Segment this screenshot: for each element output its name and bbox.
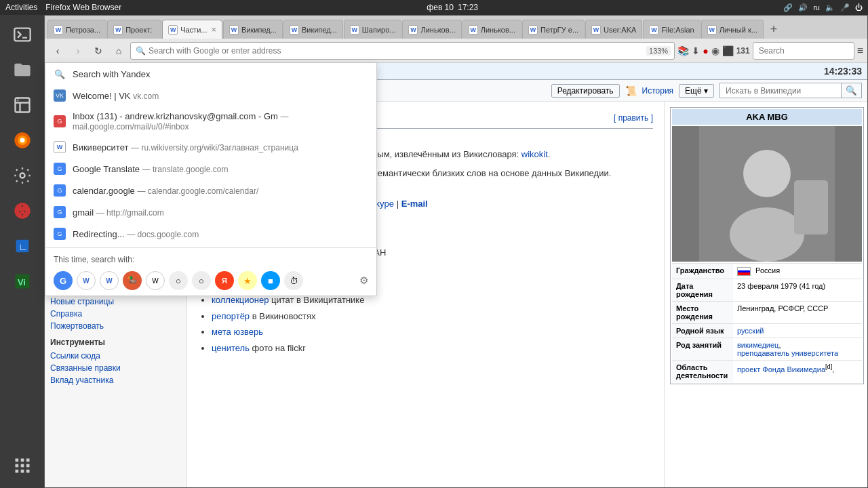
tab-favicon-6: W (350, 25, 359, 35)
svg-rect-17 (15, 470, 18, 473)
nav-right: 📚 ⬇ ● ◉ ⬛ 131 ≡ (677, 42, 863, 60)
dropdown-item-yandex[interactable]: 🔍 Search with Yandex (45, 63, 376, 85)
search-engine-blue[interactable]: ■ (261, 271, 280, 290)
system-date: фев 10 (427, 3, 454, 12)
dropdown-url-translate: — translate.google.com (142, 165, 229, 174)
search-engine-yandex[interactable]: Я (215, 271, 234, 290)
dropdown-item-vk[interactable]: VK Welcome! | VK vk.com (45, 85, 376, 106)
flickr-link[interactable]: ценитель (212, 343, 250, 353)
tab-1[interactable]: W Петроза... (47, 20, 106, 39)
address-bar-container: 🔍 133% (130, 42, 675, 60)
russia-flag (737, 267, 751, 276)
wiki-nav-help[interactable]: Справка (50, 308, 181, 320)
vk-favicon: VK (54, 89, 66, 102)
sidebar-icon-files[interactable] (6, 54, 39, 86)
wiki-history-link[interactable]: История (642, 86, 674, 96)
browser-window: W Петроза... W Проект: W Части... × W Ви… (44, 15, 868, 488)
new-tab-button[interactable]: + (764, 20, 783, 39)
dropdown-text-yandex: Search with Yandex (73, 69, 368, 79)
svg-text:∟: ∟ (18, 241, 28, 252)
wiki-more-button[interactable]: Ещё ▾ (679, 84, 714, 98)
sidebar-icon-app-grid[interactable] (6, 449, 39, 482)
wiki-search-input[interactable] (719, 83, 842, 98)
wikimedia-foundation-link[interactable]: проект Фонда Викимедиа (737, 365, 825, 373)
browser-menu-label[interactable]: Firefox Web Browser (45, 3, 121, 12)
dropdown-url-redirect: — docs.google.com (127, 230, 199, 239)
search-engine-star[interactable]: ★ (238, 271, 257, 290)
addon-icon-3: ⬛ (722, 45, 734, 56)
activities-button[interactable]: Activities (5, 3, 37, 12)
infobox-label-occupation: Род занятий (672, 338, 733, 360)
dropdown-item-calendar[interactable]: G calendar.google — calendar.google.com/… (45, 180, 376, 201)
dropdown-item-gmail[interactable]: G Inbox (131) - andrew.krizhanovsky@gmai… (45, 106, 376, 136)
sidebar-icon-settings[interactable] (6, 159, 39, 192)
sidebar-icon-libreoffice[interactable]: ∟ (6, 230, 39, 262)
reporter-link[interactable]: репортёр (212, 311, 250, 321)
svg-point-24 (730, 207, 804, 262)
svg-rect-16 (26, 464, 29, 468)
infobox-label-birthplace: Место рождения (672, 302, 733, 323)
wiki-nav-donate[interactable]: Пожертвовать (50, 320, 181, 332)
wikiversity-favicon: W (54, 141, 66, 153)
tab-5[interactable]: W Википед... (283, 20, 343, 39)
wiki-nav-related-changes[interactable]: Связанные правки (50, 362, 181, 374)
svg-rect-11 (15, 459, 18, 462)
search-engines-settings-icon[interactable]: ⚙ (359, 274, 368, 287)
address-input[interactable] (130, 42, 675, 60)
language-link[interactable]: русский (737, 327, 764, 335)
dropdown-item-translate[interactable]: G Google Translate — translate.google.co… (45, 158, 376, 180)
dropdown-item-redirect[interactable]: G Redirecting... — docs.google.com (45, 223, 376, 245)
dropdown-item-gmail2[interactable]: G gmail — http://gmail.com (45, 201, 376, 223)
tab-12[interactable]: W Личный к... (701, 20, 764, 39)
email-link[interactable]: E-mail (401, 199, 428, 209)
wiki-nav-contributions[interactable]: Вклад участника (50, 374, 181, 386)
dropdown-item-wikiversity[interactable]: W Викиверситет — ru.wikiversity.org/wiki… (45, 136, 376, 158)
search-engine-6[interactable]: ○ (192, 271, 211, 290)
tab-7[interactable]: W Линьков... (402, 20, 461, 39)
tab-4[interactable]: W Википед... (223, 20, 283, 39)
search-engine-google[interactable]: G (54, 271, 73, 290)
tab-10[interactable]: W User:AKA (585, 20, 642, 39)
search-engine-clock[interactable]: ⏱ (284, 271, 303, 290)
professor-link[interactable]: преподаватель университета (737, 349, 838, 357)
tab-favicon-2: W (113, 25, 123, 35)
addon-icon-4: 131 (736, 46, 750, 56)
tab-favicon-12: W (707, 25, 717, 35)
sidebar-icon-text-editor[interactable]: Z (6, 89, 39, 121)
wiki-search-button[interactable]: 🔍 (842, 83, 862, 98)
infobox-row-citizenship: Гражданство Россия (672, 263, 862, 279)
tab-9[interactable]: W ПетрГУ е... (522, 20, 585, 39)
hamburger-menu[interactable]: ≡ (857, 45, 863, 57)
meta-link[interactable]: мета юзверь (212, 327, 263, 337)
tab-8[interactable]: W Линьков... (462, 20, 521, 39)
search-engine-wiki2[interactable]: W (100, 271, 119, 290)
back-button[interactable]: ‹ (49, 42, 66, 60)
collector-link[interactable]: коллекционер (212, 295, 269, 305)
sidebar-icon-browser[interactable] (6, 124, 39, 157)
forward-button[interactable]: › (69, 42, 87, 60)
nav-search-input[interactable] (753, 42, 854, 60)
wiki-edit-button[interactable]: Редактировать (551, 84, 620, 98)
tab-11[interactable]: W File:Asian (643, 20, 700, 39)
sidebar-icon-terminal[interactable] (6, 18, 39, 51)
keyboard-layout[interactable]: ru (813, 3, 820, 12)
svg-rect-15 (20, 464, 24, 468)
sidebar-icon-git[interactable] (6, 195, 39, 227)
dropdown-url-calendar: — calendar.google.com/calendar/ (137, 186, 258, 196)
tab-3-active[interactable]: W Части... × (162, 20, 222, 39)
wiki-nav-new-pages[interactable]: Новые страницы (50, 296, 181, 308)
tab-6[interactable]: W Шапиро... (344, 20, 402, 39)
search-engine-duck[interactable]: 🦆 (123, 271, 142, 290)
sidebar-icon-vim[interactable]: Vi (6, 265, 39, 298)
home-button[interactable]: ⌂ (110, 42, 127, 60)
wikimedian-link[interactable]: викимедиец (737, 341, 778, 349)
wiki-edit-link[interactable]: [ править ] (614, 113, 653, 123)
search-engine-5[interactable]: ○ (169, 271, 188, 290)
search-engine-wiki1[interactable]: W (77, 271, 96, 290)
reload-button[interactable]: ↻ (90, 42, 107, 60)
search-engine-wiki3[interactable]: W (146, 271, 165, 290)
wiki-nav-links-here[interactable]: Ссылки сюда (50, 350, 181, 362)
tab-close-3[interactable]: × (211, 24, 216, 35)
tab-2[interactable]: W Проект: (107, 20, 161, 39)
wikokit-link[interactable]: wikokit (521, 149, 548, 159)
